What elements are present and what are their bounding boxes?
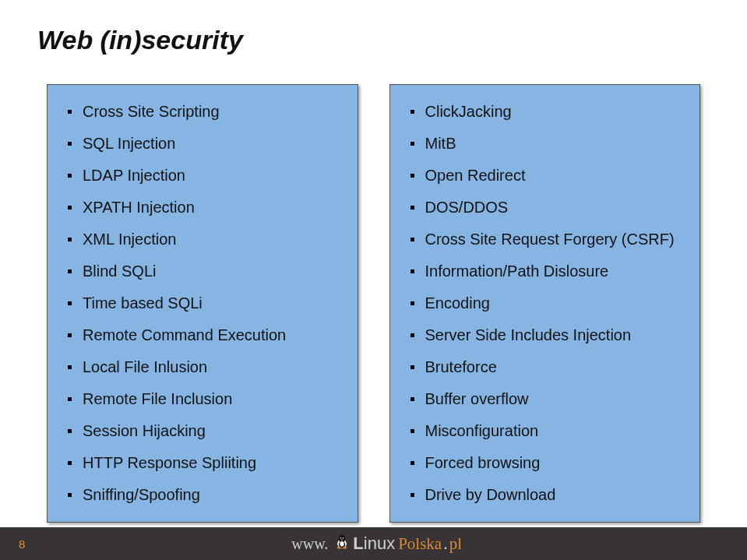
bullet-icon: [68, 206, 72, 210]
svg-point-10: [344, 547, 347, 549]
list-item-label: Buffer overflow: [425, 389, 529, 409]
bullet-icon: [68, 174, 72, 178]
list-item-label: LDAP Injection: [83, 166, 185, 185]
tux-icon: [334, 534, 350, 549]
bullet-icon: [410, 238, 414, 241]
bullet-icon: [410, 110, 414, 114]
bullet-icon: [68, 142, 72, 146]
list-item-label: Blind SQLi: [83, 262, 157, 281]
list-item-label: HTTP Response Spliiting: [83, 453, 256, 473]
list-item: Cross Site Request Forgery (CSRF): [395, 217, 696, 249]
list-item: Cross Site Scripting: [52, 91, 353, 122]
list-item: MitB: [395, 122, 696, 153]
bullet-icon: [410, 429, 414, 433]
lists-container: Cross Site Scripting SQL Injection LDAP …: [47, 84, 700, 523]
list-item: Bruteforce: [395, 345, 696, 377]
list-item: Blind SQLi: [52, 249, 353, 281]
bullet-icon: [410, 174, 414, 178]
list-item-label: Bruteforce: [425, 357, 497, 377]
list-item: Forced browsing: [395, 441, 696, 473]
bullet-icon: [410, 397, 414, 401]
list-item-label: Misconfiguration: [425, 421, 539, 441]
list-item-label: Encoding: [425, 294, 490, 313]
brand-wrap: www. Linu: [25, 534, 728, 554]
bullet-icon: [68, 238, 72, 241]
brand-linux-rest: inux: [364, 534, 395, 553]
bullet-icon: [68, 110, 72, 114]
svg-point-3: [340, 541, 344, 547]
list-item-label: Information/Path Dislosure: [425, 262, 609, 281]
list-item: Remote File Inclusion: [52, 377, 353, 409]
bullet-icon: [410, 461, 414, 465]
bullet-icon: [68, 429, 72, 433]
list-item-label: Forced browsing: [425, 453, 541, 473]
brand-linux-l: L: [353, 534, 363, 553]
left-column: Cross Site Scripting SQL Injection LDAP …: [47, 84, 358, 523]
list-item-label: Remote File Inclusion: [83, 389, 232, 409]
bullet-icon: [410, 142, 414, 146]
list-item-label: XML Injection: [83, 230, 176, 249]
footer-bar: 8 www.: [0, 527, 747, 560]
list-item: Buffer overflow: [395, 377, 696, 409]
bullet-icon: [410, 365, 414, 369]
bullet-icon: [410, 269, 414, 273]
page-number: 8: [19, 537, 25, 551]
svg-point-7: [343, 538, 344, 539]
list-item: Information/Path Dislosure: [395, 249, 696, 281]
list-item-label: MitB: [425, 134, 456, 153]
bullet-icon: [410, 493, 414, 497]
bullet-icon: [68, 269, 72, 273]
svg-point-9: [337, 547, 341, 549]
bullet-icon: [68, 333, 72, 337]
list-item: Encoding: [395, 281, 696, 313]
list-item-label: XPATH Injection: [83, 198, 195, 217]
brand-linux: Linux: [353, 534, 395, 554]
list-item-label: SQL Injection: [83, 134, 175, 153]
list-item-label: Cross Site Scripting: [83, 102, 220, 122]
brand-pl: pl: [449, 534, 462, 554]
list-item: Time based SQLi: [52, 281, 353, 313]
list-item: Misconfiguration: [395, 409, 696, 441]
list-item: ClickJacking: [395, 91, 696, 122]
list-item-label: Open Redirect: [425, 166, 526, 185]
list-item: Remote Command Execution: [52, 313, 353, 345]
list-item-label: ClickJacking: [425, 102, 512, 122]
list-item: Open Redirect: [395, 153, 696, 185]
bullet-icon: [68, 397, 72, 401]
bullet-icon: [68, 493, 72, 497]
list-item-label: Time based SQLi: [83, 294, 203, 313]
right-column: ClickJacking MitB Open Redirect DOS/DDOS…: [389, 84, 701, 523]
slide: Web (in)security Cross Site Scripting SQ…: [0, 0, 747, 560]
list-item: HTTP Response Spliiting: [52, 441, 353, 473]
bullet-icon: [410, 301, 414, 305]
list-item: LDAP Injection: [52, 153, 353, 185]
brand-logo: www. Linu: [291, 534, 462, 554]
list-item: XPATH Injection: [52, 185, 353, 217]
list-item: DOS/DDOS: [395, 185, 696, 217]
list-item: XML Injection: [52, 217, 353, 249]
bullet-icon: [68, 365, 72, 369]
bullet-icon: [68, 301, 72, 305]
list-item: SQL Injection: [52, 122, 353, 153]
list-item-label: Local File Inlusion: [83, 357, 207, 377]
list-item-label: Session Hijacking: [83, 421, 206, 441]
brand-dot: .: [443, 534, 448, 554]
list-item-label: Sniffing/Spoofing: [83, 485, 200, 505]
bullet-icon: [410, 333, 414, 337]
list-item-label: Remote Command Execution: [83, 326, 286, 345]
bullet-icon: [68, 461, 72, 465]
list-item: Sniffing/Spoofing: [52, 473, 353, 516]
list-item-label: Cross Site Request Forgery (CSRF): [425, 230, 675, 249]
bullet-icon: [410, 206, 414, 210]
list-item: Server Side Includes Injection: [395, 313, 696, 345]
list-item-label: DOS/DDOS: [425, 198, 509, 217]
svg-point-6: [341, 538, 342, 539]
list-item: Session Hijacking: [52, 409, 353, 441]
list-item-label: Server Side Includes Injection: [425, 326, 632, 345]
list-item: Drive by Download: [395, 473, 696, 516]
brand-www: www.: [291, 535, 328, 553]
list-item-label: Drive by Download: [425, 485, 556, 505]
brand-polska: Polska: [398, 534, 442, 554]
list-item: Local File Inlusion: [52, 345, 353, 377]
page-title: Web (in)security: [37, 25, 243, 55]
